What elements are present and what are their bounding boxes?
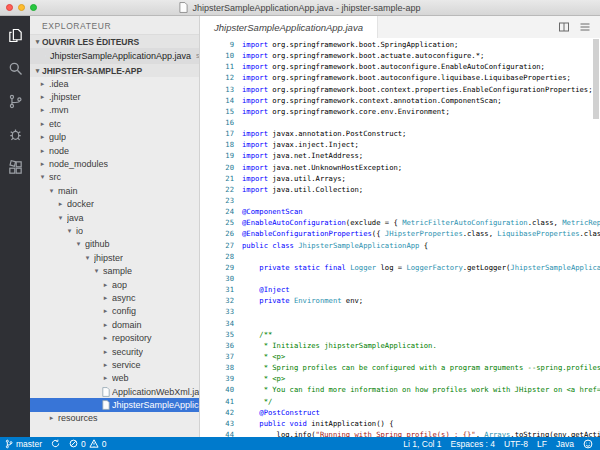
tree-item-applicationwebxml-java[interactable]: ApplicationWebXml.java [30, 385, 199, 398]
cursor-position[interactable]: Li 1, Col 1 [403, 439, 441, 449]
tree-item-io[interactable]: ▾io [30, 224, 199, 237]
chevron-right-icon: ▸ [38, 160, 47, 168]
code-text: * You can find more information on how p… [242, 384, 600, 395]
chevron-down-icon: ▾ [92, 267, 101, 275]
code-text: @PostConstruct [242, 407, 320, 418]
tree-item-main[interactable]: ▾main [30, 184, 199, 197]
code-line[interactable]: 21import java.util.Arrays; [200, 173, 600, 184]
project-section-header[interactable]: ▾ JHIPSTER-SAMPLE-APP [30, 63, 199, 77]
problems-indicator[interactable]: 0 0 [69, 439, 106, 449]
tree-item-label: config [112, 306, 136, 316]
open-editor-item[interactable]: JhipsterSampleApplicationApp.java src/m.… [30, 48, 199, 63]
line-number: 19 [200, 150, 234, 161]
code-line[interactable]: 25@EnableAutoConfiguration(exclude = { M… [200, 217, 600, 228]
code-line[interactable]: 9import org.springframework.boot.SpringA… [200, 39, 600, 50]
vertical-scrollbar[interactable] [593, 39, 599, 119]
code-line[interactable]: 27public class JhipsterSampleApplication… [200, 240, 600, 251]
minimize-button[interactable] [18, 4, 25, 11]
tree-item-async[interactable]: ▸async [30, 291, 199, 304]
code-text: @ComponentScan [242, 206, 303, 217]
feedback-button[interactable] [583, 439, 593, 449]
code-line[interactable]: 29 private static final Logger log = Log… [200, 262, 600, 273]
code-editor[interactable]: 9import org.springframework.boot.SpringA… [200, 38, 600, 437]
tree-item-web[interactable]: ▸web [30, 372, 199, 385]
eol-indicator[interactable]: LF [537, 439, 547, 449]
code-line[interactable]: 41 */ [200, 396, 600, 407]
tree-item-resources[interactable]: ▸resources [30, 412, 199, 425]
close-button[interactable] [6, 4, 13, 11]
tree-item-domain[interactable]: ▸domain [30, 318, 199, 331]
git-branch-indicator[interactable]: master [5, 439, 42, 449]
tree-item-jhipstersampleapplicationapp-java[interactable]: JhipsterSampleApplicationApp.java [30, 398, 199, 411]
project-header-label: JHIPSTER-SAMPLE-APP [42, 66, 142, 76]
code-line[interactable]: 30 [200, 273, 600, 284]
tree-item-jhipster[interactable]: ▾jhipster [30, 251, 199, 264]
code-line[interactable]: 39 * <p> [200, 373, 600, 384]
tree-item-java[interactable]: ▾java [30, 211, 199, 224]
activity-item-search[interactable] [0, 52, 30, 85]
tree-item-jhipster[interactable]: ▸.jhipster [30, 90, 199, 103]
tab-jhipster-sample-application-app-java[interactable]: JhipsterSampleApplicationApp.java [200, 16, 378, 38]
indentation-indicator[interactable]: Espaces : 4 [451, 439, 495, 449]
code-line[interactable]: 33 [200, 306, 600, 317]
status-bar-right: Li 1, Col 1 Espaces : 4 UTF-8 LF Java [403, 439, 593, 449]
code-line[interactable]: 17import javax.annotation.PostConstruct; [200, 128, 600, 139]
tree-item-node[interactable]: ▸node [30, 144, 199, 157]
code-line[interactable]: 31 @Inject [200, 284, 600, 295]
activity-item-extensions[interactable] [0, 151, 30, 184]
code-line[interactable]: 13import org.springframework.boot.contex… [200, 84, 600, 95]
tree-item-service[interactable]: ▸service [30, 358, 199, 371]
zoom-button[interactable] [30, 4, 37, 11]
code-line[interactable]: 42 @PostConstruct [200, 407, 600, 418]
code-line[interactable]: 20import java.net.UnknownHostException; [200, 162, 600, 173]
code-line[interactable]: 12import org.springframework.boot.autoco… [200, 72, 600, 83]
tree-item-aop[interactable]: ▸aop [30, 278, 199, 291]
activity-item-explorer[interactable] [0, 19, 30, 52]
code-line[interactable]: 37 * <p> [200, 351, 600, 362]
tree-item-gulp[interactable]: ▸gulp [30, 131, 199, 144]
encoding-indicator[interactable]: UTF-8 [504, 439, 528, 449]
tree-item-repository[interactable]: ▸repository [30, 331, 199, 344]
tree-item-docker[interactable]: ▸docker [30, 198, 199, 211]
code-line[interactable]: 32 private Environment env; [200, 295, 600, 306]
tree-item-sample[interactable]: ▾sample [30, 264, 199, 277]
code-line[interactable]: 10import org.springframework.boot.actuat… [200, 50, 600, 61]
code-line[interactable]: 40 * You can find more information on ho… [200, 384, 600, 395]
code-line[interactable]: 15import org.springframework.core.env.En… [200, 106, 600, 117]
code-line[interactable]: 11import org.springframework.boot.autoco… [200, 61, 600, 72]
code-line[interactable]: 35 /** [200, 329, 600, 340]
tree-item-config[interactable]: ▸config [30, 305, 199, 318]
tree-item-node-modules[interactable]: ▸node_modules [30, 157, 199, 170]
tree-item-src[interactable]: ▾src [30, 171, 199, 184]
open-editors-header[interactable]: ▾ OUVRIR LES ÉDITEURS [30, 34, 199, 48]
code-line[interactable]: 38 * Spring profiles can be configured w… [200, 362, 600, 373]
code-line[interactable]: 34 [200, 318, 600, 329]
code-line[interactable]: 16 [200, 117, 600, 128]
tree-item-github[interactable]: ▾github [30, 238, 199, 251]
tree-item-label: ApplicationWebXml.java [112, 387, 199, 397]
code-line[interactable]: 28 [200, 251, 600, 262]
code-line[interactable]: 26@EnableConfigurationProperties({ JHips… [200, 228, 600, 239]
sync-button[interactable] [51, 439, 60, 448]
code-text: import java.util.Collection; [242, 184, 363, 195]
code-line[interactable]: 43 public void initApplication() { [200, 418, 600, 429]
code-line[interactable]: 19import java.net.InetAddress; [200, 150, 600, 161]
code-line[interactable]: 14import org.springframework.context.ann… [200, 95, 600, 106]
tree-item-idea[interactable]: ▸.idea [30, 77, 199, 90]
editor-layout-button[interactable] [578, 20, 592, 34]
code-line[interactable]: 36 * Initializes jhipsterSampleApplicati… [200, 340, 600, 351]
code-line[interactable]: 44 log.info("Running with Spring profile… [200, 429, 600, 437]
tree-item-label: .jhipster [49, 92, 81, 102]
code-line[interactable]: 24@ComponentScan [200, 206, 600, 217]
code-line[interactable]: 22import java.util.Collection; [200, 184, 600, 195]
code-line[interactable]: 23 [200, 195, 600, 206]
activity-item-source-control[interactable] [0, 85, 30, 118]
activity-item-debug[interactable] [0, 118, 30, 151]
tree-item-mvn[interactable]: ▸.mvn [30, 104, 199, 117]
tree-item-security[interactable]: ▸security [30, 345, 199, 358]
tree-item-etc[interactable]: ▸etc [30, 117, 199, 130]
editor-group: JhipsterSampleApplicationApp.java 9impor… [200, 16, 600, 437]
code-line[interactable]: 18import javax.inject.Inject; [200, 139, 600, 150]
split-editor-button[interactable] [557, 20, 571, 34]
language-indicator[interactable]: Java [556, 439, 574, 449]
